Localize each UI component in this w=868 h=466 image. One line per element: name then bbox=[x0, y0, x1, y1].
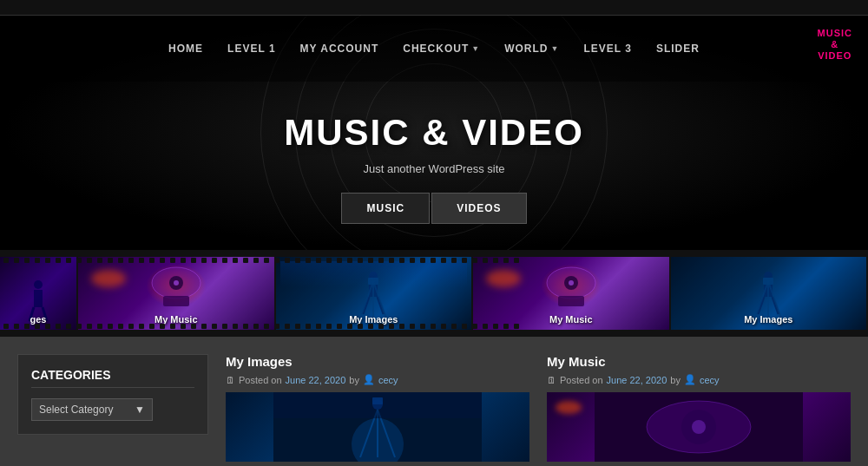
hole bbox=[337, 324, 342, 329]
site-logo[interactable]: MUSIC&VIDEO bbox=[818, 28, 852, 62]
hole bbox=[462, 258, 467, 263]
hole bbox=[326, 324, 332, 329]
hole bbox=[253, 324, 259, 329]
hole bbox=[514, 258, 519, 263]
post-meta-1: 🗓 Posted on June 22, 2020 by 👤 cecy bbox=[547, 374, 851, 385]
hole bbox=[76, 324, 82, 329]
film-item-2[interactable]: My Images bbox=[276, 257, 474, 330]
post-thumbnail-1 bbox=[547, 392, 851, 462]
hole bbox=[483, 324, 488, 329]
hole bbox=[451, 258, 457, 263]
select-category-dropdown[interactable]: Select Category ▼ bbox=[31, 398, 153, 421]
categories-title: Categories bbox=[31, 368, 194, 388]
hole bbox=[347, 324, 352, 329]
film-item-1[interactable]: My Music bbox=[78, 257, 276, 330]
svg-rect-7 bbox=[163, 296, 189, 306]
nav-level1[interactable]: LEVEL 1 bbox=[227, 43, 275, 55]
nav-slider[interactable]: SLIDER bbox=[656, 43, 700, 55]
nav-level3[interactable]: LEVEL 3 bbox=[583, 43, 631, 55]
svg-line-24 bbox=[755, 281, 768, 318]
filmstrip: ges My Music bbox=[0, 250, 868, 337]
nav-myaccount[interactable]: MY ACCOUNT bbox=[300, 43, 379, 55]
hole bbox=[441, 324, 446, 329]
hole bbox=[128, 258, 134, 263]
hole bbox=[35, 258, 40, 263]
film-item-0[interactable]: ges bbox=[0, 257, 78, 330]
hole bbox=[253, 258, 259, 263]
hole bbox=[191, 258, 196, 263]
hole bbox=[389, 324, 394, 329]
hole bbox=[14, 324, 19, 329]
post-title-1[interactable]: My Music bbox=[547, 354, 851, 369]
hole bbox=[274, 258, 279, 263]
hole bbox=[160, 258, 165, 263]
svg-rect-19 bbox=[558, 296, 584, 306]
world-chevron-icon: ▼ bbox=[550, 44, 559, 53]
hole bbox=[274, 324, 279, 329]
hole bbox=[139, 258, 144, 263]
post-author-1[interactable]: cecy bbox=[700, 375, 720, 385]
hole bbox=[420, 324, 425, 329]
hole bbox=[170, 258, 175, 263]
hole bbox=[76, 258, 82, 263]
film-item-4[interactable]: My Images bbox=[671, 257, 869, 330]
hole bbox=[181, 324, 186, 329]
hole bbox=[233, 258, 238, 263]
hole bbox=[264, 258, 269, 263]
svg-rect-1 bbox=[34, 290, 43, 307]
hero-content: MUSIC & VIDEO Just another WordPress sit… bbox=[284, 112, 584, 250]
hole bbox=[410, 324, 415, 329]
dj-figure bbox=[146, 261, 207, 309]
hole bbox=[191, 324, 196, 329]
hole bbox=[139, 324, 144, 329]
hole bbox=[160, 324, 165, 329]
hole bbox=[243, 258, 248, 263]
user-icon: 👤 bbox=[363, 374, 375, 385]
hole bbox=[149, 258, 155, 263]
hole bbox=[295, 258, 300, 263]
post-date-1[interactable]: June 22, 2020 bbox=[607, 375, 667, 385]
hole bbox=[295, 324, 300, 329]
music-button[interactable]: MUSIC bbox=[341, 193, 430, 224]
hole bbox=[378, 324, 384, 329]
hole bbox=[472, 324, 477, 329]
hole bbox=[389, 258, 394, 263]
hole bbox=[285, 258, 290, 263]
svg-point-6 bbox=[174, 280, 179, 286]
post-meta-0: 🗓 Posted on June 22, 2020 by 👤 cecy bbox=[226, 374, 529, 385]
svg-line-11 bbox=[378, 297, 384, 314]
videos-button[interactable]: VIDEOS bbox=[431, 193, 526, 224]
main-content: Categories Select Category ▼ My Images 🗓… bbox=[0, 337, 868, 466]
nav-home[interactable]: HOME bbox=[168, 43, 203, 55]
film-item-3[interactable]: My Music bbox=[473, 257, 671, 330]
svg-rect-35 bbox=[273, 392, 482, 418]
hole bbox=[441, 258, 446, 263]
hole bbox=[378, 258, 384, 263]
nav-checkout[interactable]: CHECKOUT ▼ bbox=[403, 43, 480, 55]
hole bbox=[368, 258, 373, 263]
strip-holes-bottom bbox=[0, 323, 868, 330]
sidebar: Categories Select Category ▼ bbox=[17, 354, 208, 449]
hole bbox=[493, 324, 498, 329]
post-author-0[interactable]: cecy bbox=[378, 375, 398, 385]
hole bbox=[201, 324, 207, 329]
nav-world[interactable]: WORLD ▼ bbox=[504, 43, 559, 55]
hero-title: MUSIC & VIDEO bbox=[284, 112, 584, 154]
hole bbox=[483, 258, 488, 263]
hole bbox=[399, 258, 404, 263]
hole bbox=[462, 324, 467, 329]
svg-point-0 bbox=[34, 280, 43, 289]
post-title-0[interactable]: My Images bbox=[226, 354, 529, 369]
posts-area: My Images 🗓 Posted on June 22, 2020 by 👤… bbox=[226, 354, 851, 449]
hole bbox=[149, 324, 155, 329]
hole bbox=[503, 258, 509, 263]
post-date-0[interactable]: June 22, 2020 bbox=[286, 375, 346, 385]
hole bbox=[326, 258, 332, 263]
hole bbox=[212, 324, 217, 329]
hole bbox=[306, 258, 311, 263]
nav-items: HOME LEVEL 1 MY ACCOUNT CHECKOUT ▼ WORLD… bbox=[168, 43, 700, 55]
hole bbox=[243, 324, 248, 329]
hole bbox=[45, 324, 50, 329]
hole bbox=[358, 324, 363, 329]
hole bbox=[431, 258, 436, 263]
